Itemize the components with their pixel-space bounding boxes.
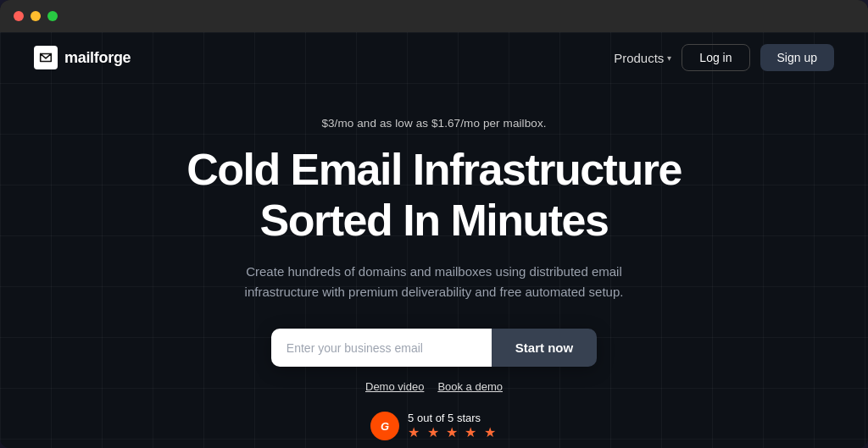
- products-label: Products: [614, 51, 664, 65]
- login-button[interactable]: Log in: [682, 44, 749, 71]
- hero-title-line1: Cold Email Infrastructure: [186, 145, 682, 194]
- chevron-down-icon: ▾: [667, 53, 671, 63]
- g2-badge: G: [370, 412, 399, 440]
- g2-score: 5 out of 5 stars: [408, 412, 481, 424]
- g2-rating: G 5 out of 5 stars ★ ★ ★ ★ ★: [370, 412, 498, 440]
- maximize-dot[interactable]: [47, 11, 58, 21]
- hero-section: $3/mo and as low as $1.67/mo per mailbox…: [0, 83, 868, 440]
- hero-title-line2: Sorted In Minutes: [260, 196, 609, 245]
- demo-video-link[interactable]: Demo video: [365, 380, 424, 393]
- browser-bar: [0, 0, 868, 32]
- minimize-dot[interactable]: [31, 11, 41, 21]
- products-menu[interactable]: Products ▾: [614, 51, 671, 65]
- page-content: mailforge Products ▾ Log in Sign up $3/m…: [0, 32, 868, 448]
- logo-text: mailforge: [64, 49, 131, 67]
- email-form: Start now: [271, 329, 597, 367]
- signup-button[interactable]: Sign up: [760, 44, 834, 71]
- logo[interactable]: mailforge: [34, 46, 131, 69]
- g2-stars: ★ ★ ★ ★ ★: [408, 424, 498, 440]
- hero-subtitle: Create hundreds of domains and mailboxes…: [231, 262, 637, 304]
- start-now-button[interactable]: Start now: [492, 329, 597, 367]
- demo-links: Demo video Book a demo: [365, 380, 503, 393]
- hero-tagline: $3/mo and as low as $1.67/mo per mailbox…: [321, 117, 546, 130]
- g2-text: 5 out of 5 stars ★ ★ ★ ★ ★: [408, 412, 498, 440]
- hero-title: Cold Email Infrastructure Sorted In Minu…: [186, 145, 682, 246]
- nav-right: Products ▾ Log in Sign up: [614, 44, 834, 71]
- close-dot[interactable]: [14, 11, 24, 21]
- navbar: mailforge Products ▾ Log in Sign up: [0, 32, 868, 83]
- browser-window: mailforge Products ▾ Log in Sign up $3/m…: [0, 0, 868, 448]
- book-demo-link[interactable]: Book a demo: [437, 380, 503, 393]
- logo-icon: [34, 46, 58, 69]
- email-input[interactable]: [271, 329, 492, 367]
